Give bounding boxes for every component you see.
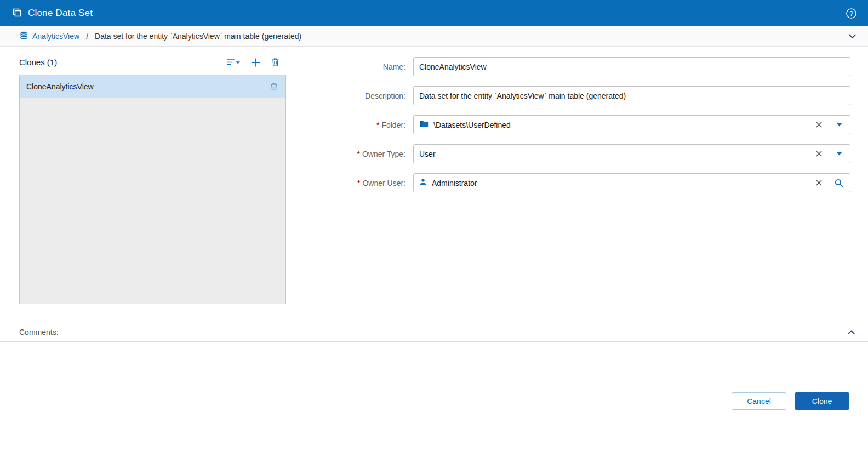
help-icon[interactable]: ? — [846, 8, 857, 19]
breadcrumb-entity-label: AnalyticsView — [32, 32, 79, 41]
description-label: Description: — [295, 92, 413, 100]
footer: Cancel Clone — [0, 342, 868, 461]
owner-type-field-wrap: User — [413, 144, 850, 163]
folder-row: *Folder: \Datasets\UserDefined — [295, 115, 850, 134]
svg-text:?: ? — [849, 9, 853, 17]
clone-list: CloneAnalyticsView — [19, 75, 286, 304]
folder-value: \Datasets\UserDefined — [433, 121, 806, 129]
clone-icon — [12, 8, 22, 19]
folder-icon — [419, 120, 429, 129]
main-content: Clones (1) — [0, 47, 868, 323]
clone-list-item[interactable]: CloneAnalyticsView — [20, 75, 285, 98]
name-input[interactable] — [413, 57, 850, 76]
database-icon — [19, 31, 28, 42]
owner-user-lookup-field[interactable]: Administrator — [413, 173, 850, 192]
sort-filter-button[interactable] — [227, 58, 241, 67]
name-row: Name: — [295, 57, 850, 76]
folder-field-wrap: \Datasets\UserDefined — [413, 115, 850, 134]
owner-type-value: User — [419, 150, 806, 158]
clones-panel: Clones (1) — [19, 54, 286, 304]
chevron-up-icon[interactable] — [847, 328, 856, 337]
window-title: Clone Data Set — [28, 8, 93, 19]
owner-type-clear-icon[interactable] — [811, 146, 826, 162]
owner-user-label: *Owner User: — [295, 179, 413, 187]
breadcrumb-current: Data set for the entity `AnalyticsView` … — [95, 32, 301, 41]
required-marker: * — [376, 121, 379, 129]
clone-data-set-window: Clone Data Set ? AnalyticsView / Data se… — [0, 0, 868, 461]
owner-user-row: *Owner User: Administrator — [295, 173, 850, 192]
title-bar-left: Clone Data Set — [12, 8, 93, 19]
folder-label: *Folder: — [295, 121, 413, 129]
name-label: Name: — [295, 62, 413, 71]
owner-user-value: Administrator — [432, 179, 806, 187]
title-bar: Clone Data Set ? — [0, 0, 868, 26]
comments-label: Comments: — [19, 328, 59, 337]
cancel-button[interactable]: Cancel — [732, 392, 786, 410]
owner-user-field-wrap: Administrator — [413, 173, 850, 192]
user-icon — [419, 178, 427, 187]
clones-panel-header: Clones (1) — [19, 54, 286, 67]
description-row: Description: — [295, 86, 850, 105]
comments-bar: Comments: — [0, 323, 868, 342]
clones-toolbar — [227, 58, 283, 67]
required-marker: * — [357, 179, 360, 187]
description-field-wrap — [413, 86, 850, 105]
folder-clear-icon[interactable] — [811, 117, 826, 133]
breadcrumb-entity-link[interactable]: AnalyticsView — [19, 31, 79, 42]
breadcrumb-separator: / — [84, 32, 90, 41]
owner-user-clear-icon[interactable] — [811, 175, 826, 191]
required-marker: * — [357, 150, 359, 158]
delete-item-icon[interactable] — [270, 82, 278, 91]
clone-form: Name: Description: *Folder: — [295, 54, 850, 304]
clone-button[interactable]: Clone — [795, 392, 849, 410]
owner-type-row: *Owner Type: User — [295, 144, 850, 163]
clone-item-name: CloneAnalyticsView — [26, 82, 94, 91]
clones-panel-title: Clones (1) — [19, 58, 57, 67]
owner-type-dropdown-icon[interactable] — [831, 146, 847, 162]
owner-type-label: *Owner Type: — [295, 150, 413, 158]
add-clone-button[interactable] — [252, 58, 260, 67]
chevron-down-icon[interactable] — [848, 32, 857, 41]
folder-dropdown-icon[interactable] — [831, 117, 847, 133]
owner-type-lookup-field[interactable]: User — [413, 144, 850, 163]
name-field-wrap — [413, 57, 850, 76]
owner-user-search-icon[interactable] — [831, 175, 847, 191]
description-input[interactable] — [413, 86, 850, 105]
folder-lookup-field[interactable]: \Datasets\UserDefined — [413, 115, 850, 134]
breadcrumb: AnalyticsView / Data set for the entity … — [0, 26, 868, 47]
delete-clone-button[interactable] — [271, 58, 279, 67]
